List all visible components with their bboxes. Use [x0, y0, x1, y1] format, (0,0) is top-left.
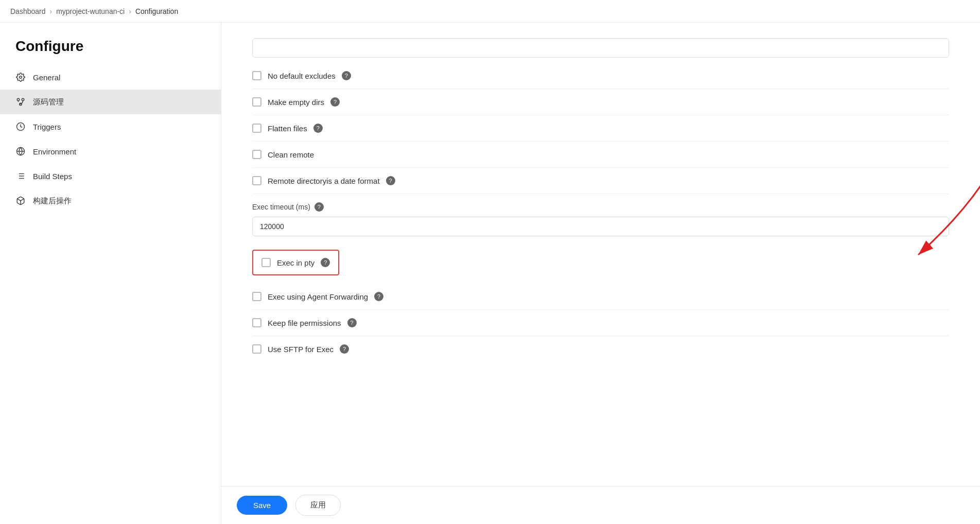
make-empty-dirs-checkbox[interactable] [252, 97, 261, 107]
content-area: No default excludes ? Make empty dirs ? … [221, 23, 980, 486]
remote-dir-row: Remote directoryis a date format ? 一定要选 [252, 168, 949, 194]
sidebar: Configure General [0, 23, 221, 524]
breadcrumb-sep2: › [129, 7, 131, 15]
sidebar-item-triggers[interactable]: Triggers [0, 114, 221, 139]
flatten-files-checkbox[interactable] [252, 124, 261, 133]
keep-file-perms-row: Keep file permissions ? [252, 310, 949, 336]
globe-icon [15, 146, 26, 156]
exec-agent-forwarding-label: Exec using Agent Forwarding [268, 292, 368, 301]
sidebar-item-environment[interactable]: Environment [0, 139, 221, 164]
remote-dir-help-icon[interactable]: ? [386, 176, 395, 185]
exec-timeout-input[interactable] [252, 217, 949, 236]
sidebar-item-general[interactable]: General [0, 65, 221, 90]
exec-in-pty-row: Exec in pty ? [252, 250, 339, 275]
sidebar-item-triggers-label: Triggers [33, 123, 61, 131]
list-icon [15, 171, 26, 181]
keep-file-perms-checkbox[interactable] [252, 318, 261, 327]
no-default-excludes-help-icon[interactable]: ? [342, 71, 351, 80]
sidebar-item-source-label: 源码管理 [33, 97, 64, 107]
use-sftp-exec-checkbox[interactable] [252, 344, 261, 354]
sidebar-title: Configure [0, 33, 221, 65]
breadcrumb-project[interactable]: myproject-wutunan-ci [56, 7, 125, 15]
cube-icon [15, 196, 26, 206]
exec-agent-forwarding-row: Exec using Agent Forwarding ? [252, 284, 949, 310]
no-default-excludes-label: No default excludes [268, 72, 336, 80]
flatten-files-label: Flatten files [268, 124, 307, 133]
sidebar-item-environment-label: Environment [33, 147, 76, 156]
top-partial-input[interactable] [252, 38, 949, 58]
use-sftp-exec-row: Use SFTP for Exec ? [252, 336, 949, 362]
sidebar-item-build-steps-label: Build Steps [33, 172, 72, 181]
use-sftp-exec-label: Use SFTP for Exec [268, 345, 334, 354]
exec-agent-forwarding-help-icon[interactable]: ? [374, 292, 383, 301]
clean-remote-row: Clean remote [252, 142, 949, 168]
exec-pty-container: Exec in pty ? [252, 250, 949, 275]
clean-remote-label: Clean remote [268, 150, 314, 159]
remote-dir-checkbox[interactable] [252, 176, 261, 185]
make-empty-dirs-label: Make empty dirs [268, 98, 324, 107]
no-default-excludes-row: No default excludes ? [252, 63, 949, 89]
exec-in-pty-help-icon[interactable]: ? [321, 258, 330, 267]
svg-point-2 [17, 98, 20, 101]
exec-timeout-field: Exec timeout (ms) ? [252, 194, 949, 244]
make-empty-dirs-help-icon[interactable]: ? [330, 97, 340, 107]
gear-icon [15, 72, 26, 82]
sidebar-item-source[interactable]: 源码管理 [0, 90, 221, 114]
clean-remote-checkbox[interactable] [252, 150, 261, 159]
flatten-files-row: Flatten files ? [252, 115, 949, 142]
svg-point-3 [22, 98, 24, 101]
exec-in-pty-label: Exec in pty [277, 258, 314, 267]
remote-dir-label: Remote directoryis a date format [268, 177, 380, 185]
breadcrumb: Dashboard › myproject-wutunan-ci › Confi… [0, 0, 980, 23]
source-icon [15, 97, 26, 107]
breadcrumb-current: Configuration [135, 7, 178, 15]
bottom-bar: Save 应用 [221, 486, 980, 524]
svg-point-0 [20, 76, 22, 79]
keep-file-perms-help-icon[interactable]: ? [347, 318, 357, 327]
flatten-files-help-icon[interactable]: ? [313, 124, 323, 133]
sidebar-nav: General 源码管理 [0, 65, 221, 213]
sidebar-item-general-label: General [33, 73, 60, 82]
breadcrumb-dashboard[interactable]: Dashboard [10, 7, 46, 15]
breadcrumb-sep1: › [50, 7, 52, 15]
sidebar-item-post-build[interactable]: 构建后操作 [0, 188, 221, 213]
keep-file-perms-label: Keep file permissions [268, 319, 341, 327]
exec-in-pty-checkbox[interactable] [261, 258, 271, 267]
sidebar-item-post-build-label: 构建后操作 [33, 196, 72, 206]
exec-agent-forwarding-checkbox[interactable] [252, 292, 261, 301]
make-empty-dirs-row: Make empty dirs ? [252, 89, 949, 115]
exec-timeout-label: Exec timeout (ms) ? [252, 202, 949, 212]
exec-timeout-help-icon[interactable]: ? [314, 202, 324, 212]
apply-button[interactable]: 应用 [295, 495, 341, 516]
save-button[interactable]: Save [237, 496, 287, 515]
sidebar-item-build-steps[interactable]: Build Steps [0, 164, 221, 188]
no-default-excludes-checkbox[interactable] [252, 71, 261, 80]
clock-icon [15, 121, 26, 132]
use-sftp-exec-help-icon[interactable]: ? [340, 344, 349, 354]
form-section: No default excludes ? Make empty dirs ? … [221, 23, 980, 486]
